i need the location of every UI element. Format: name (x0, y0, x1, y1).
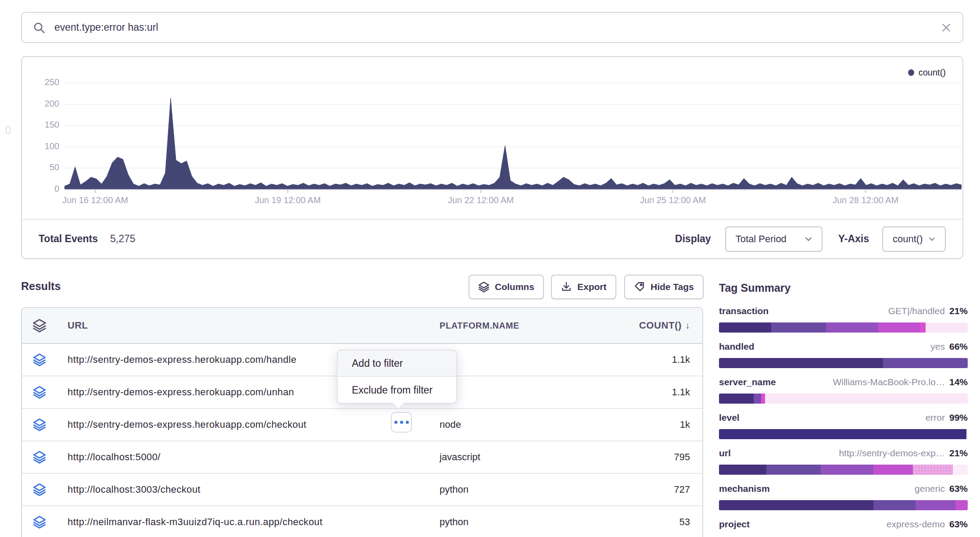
tag-top-value: yes (930, 341, 945, 352)
url-cell: http://neilmanvar-flask-m3uuizd7iq-uc.a.… (57, 516, 440, 528)
search-icon (32, 21, 46, 34)
tag-top-pct: 63% (949, 519, 968, 530)
count-cell: 795 (611, 451, 704, 463)
stack-icon (22, 515, 57, 529)
tag-top-pct: 21% (949, 448, 968, 458)
tag-top-value: error (926, 412, 945, 423)
y-tick-label: 150 (33, 120, 59, 130)
platform-cell: python (440, 516, 611, 528)
table-header-row: URL PLATFORM.NAME COUNT()↓ (22, 308, 702, 344)
url-cell: http://localhost:5000/ (57, 451, 440, 463)
display-dropdown[interactable]: Total Period (725, 226, 823, 252)
table-row[interactable]: http://neilmanvar-flask-m3uuizd7iq-uc.a.… (22, 506, 702, 537)
tag-distribution-bar[interactable] (719, 358, 968, 368)
tag-icon (634, 281, 645, 293)
tag-top-pct: 63% (949, 483, 968, 494)
tag-summary-heading: Tag Summary (719, 282, 968, 294)
tag-name: transaction (719, 306, 769, 316)
column-header-platform[interactable]: PLATFORM.NAME (440, 321, 611, 331)
yaxis-label: Y-Axis (838, 233, 869, 245)
tag-row-url: url http://sentry-demos-exp… 21% (719, 448, 968, 475)
legend-series-label: count() (919, 68, 946, 78)
hide-tags-button[interactable]: Hide Tags (624, 275, 704, 299)
results-table: URL PLATFORM.NAME COUNT()↓ http://sentry… (21, 307, 703, 537)
count-cell: 727 (611, 484, 704, 495)
clear-search-button[interactable] (941, 22, 952, 33)
stack-icon (22, 353, 57, 367)
chart-footer: Total Events 5,275 Display Total Period … (22, 219, 962, 258)
tag-name: server_name (719, 377, 776, 387)
tag-row-server-name: server_name Williams-MacBook-Pro.lo… 14% (719, 377, 968, 404)
x-tick (672, 189, 673, 193)
platform-cell: node (440, 419, 611, 430)
table-row[interactable]: http://localhost:5000/ javascript 795 (22, 441, 702, 474)
tag-top-value: generic (915, 483, 945, 494)
x-tick-label: Jun 19 12:00 AM (240, 195, 336, 205)
total-events-label: Total Events (39, 233, 98, 245)
columns-button[interactable]: Columns (469, 275, 544, 299)
x-tick (95, 189, 96, 193)
y-tick-label: 100 (33, 141, 59, 151)
count-cell: 1.1k (611, 354, 704, 365)
events-area-chart[interactable] (64, 82, 962, 189)
stack-icon (22, 418, 57, 432)
sidebar-collapse-handle[interactable] (6, 126, 11, 134)
tag-name: level (719, 412, 740, 423)
column-header-url[interactable]: URL (57, 320, 440, 331)
tag-top-pct: 21% (949, 306, 968, 316)
chart-legend[interactable]: count() (908, 68, 946, 78)
events-chart-panel: count() 250 200 150 100 50 0 Jun 16 12:0… (21, 56, 963, 259)
export-button[interactable]: Export (551, 275, 616, 299)
x-tick (287, 189, 288, 193)
tag-distribution-bar[interactable] (719, 322, 968, 333)
y-tick-label: 0 (33, 184, 59, 194)
dot-icon (406, 421, 409, 424)
tag-distribution-bar[interactable] (719, 465, 968, 475)
tag-top-pct: 99% (949, 412, 968, 423)
platform-cell: python (440, 484, 611, 495)
chevron-down-icon (929, 237, 935, 241)
count-cell: 1k (611, 419, 704, 430)
tag-summary-panel: Tag Summary transaction GET|/handled 21%… (719, 282, 968, 537)
search-input[interactable] (54, 21, 941, 33)
tag-row-mechanism: mechanism generic 63% (719, 483, 968, 510)
platform-cell: javascript (440, 451, 611, 463)
stack-icon (22, 385, 57, 399)
url-cell: http://sentry-demos-express.herokuapp.co… (57, 419, 440, 430)
column-settings-icon[interactable] (22, 318, 57, 333)
x-tick-label: Jun 25 12:00 AM (625, 195, 721, 205)
y-tick-label: 250 (33, 77, 59, 87)
results-heading: Results (21, 280, 61, 293)
display-label: Display (675, 233, 711, 245)
count-series-area (64, 98, 962, 189)
count-cell: 53 (611, 516, 704, 528)
cell-actions-button[interactable] (391, 412, 412, 433)
columns-button-label: Columns (495, 282, 534, 292)
tag-row-transaction: transaction GET|/handled 21% (719, 306, 968, 333)
menu-item-add-to-filter[interactable]: Add to filter (338, 351, 456, 377)
tag-distribution-bar[interactable] (719, 500, 968, 510)
table-row[interactable]: http://sentry-demos-express.herokuapp.co… (22, 409, 702, 441)
count-cell: 1.1k (611, 387, 704, 398)
x-axis-line (64, 189, 962, 190)
tag-top-pct: 14% (949, 377, 968, 387)
y-tick-label: 200 (33, 99, 59, 109)
tag-name: mechanism (719, 483, 770, 494)
x-tick (865, 189, 866, 193)
search-bar (21, 12, 963, 43)
column-header-count[interactable]: COUNT()↓ (611, 320, 704, 331)
tag-distribution-bar[interactable] (719, 394, 968, 404)
display-dropdown-value: Total Period (736, 233, 787, 245)
tag-row-level: level error 99% (719, 412, 968, 439)
arrow-down-icon: ↓ (685, 320, 690, 330)
dot-icon (400, 421, 403, 424)
export-button-label: Export (577, 282, 607, 292)
yaxis-dropdown[interactable]: count() (882, 226, 946, 252)
tag-distribution-bar[interactable] (719, 429, 968, 439)
hide-tags-button-label: Hide Tags (651, 282, 694, 292)
tag-top-value: express-demo (887, 519, 945, 530)
x-tick-label: Jun 28 12:00 AM (817, 195, 914, 205)
cell-actions-menu: Add to filter Exclude from filter (337, 350, 457, 404)
table-row[interactable]: http://localhost:3003/checkout python 72… (22, 474, 702, 506)
series-dot-icon (908, 69, 914, 76)
